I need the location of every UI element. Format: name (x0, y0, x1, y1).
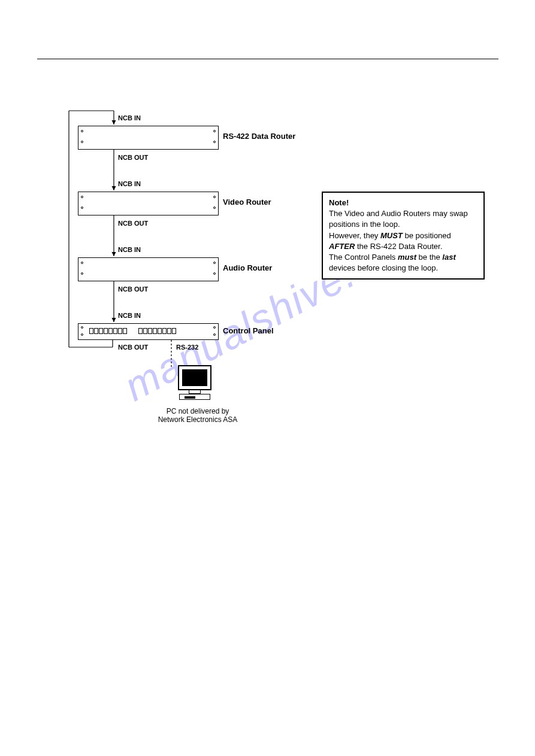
note-box: Note! The Video and Audio Routers may sw… (322, 192, 485, 280)
note-line4d: last (442, 253, 455, 262)
note-line4: The Control Panels must be the last (329, 252, 477, 263)
note-line4a: The Control Panels (329, 253, 398, 262)
note-line2b: MUST (380, 231, 403, 240)
diagram-connections (66, 108, 306, 437)
note-line2: However, they MUST be positioned (329, 230, 477, 241)
note-line2c: be positioned (403, 231, 451, 240)
note-line5: devices before closing the loop. (329, 263, 477, 274)
note-line3b: the RS-422 Data Router. (355, 242, 442, 251)
note-line4b: must (398, 253, 416, 262)
note-line3: AFTER the RS-422 Data Router. (329, 241, 477, 252)
top-divider (37, 59, 498, 59)
note-line4c: be the (416, 253, 442, 262)
note-title: Note! (329, 198, 477, 208)
note-line2a: However, they (329, 231, 380, 240)
note-line1: The Video and Audio Routers may swap pos… (329, 208, 477, 230)
note-line3a: AFTER (329, 242, 355, 251)
